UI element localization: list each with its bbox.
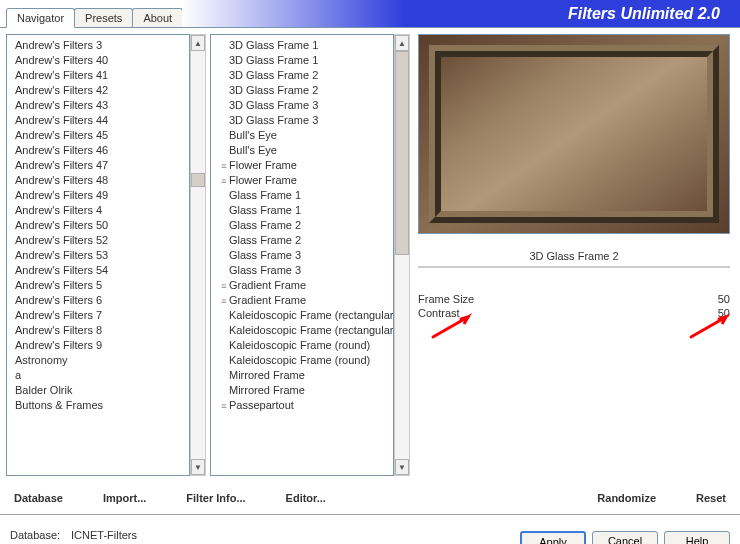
tab-bar: Navigator Presets About [6, 8, 182, 27]
list-item[interactable]: Glass Frame 2 [211, 232, 393, 247]
list-item[interactable]: Andrew's Filters 43 [7, 97, 189, 112]
list-item[interactable]: 3D Glass Frame 3 [211, 97, 393, 112]
editor-button[interactable]: Editor... [286, 486, 326, 510]
item-label: Kaleidoscopic Frame (rectangular) [229, 309, 394, 321]
param-value: 50 [718, 293, 730, 305]
slider-track-top[interactable] [418, 266, 730, 268]
list-item[interactable]: 3D Glass Frame 1 [211, 52, 393, 67]
item-label: Passepartout [229, 399, 294, 411]
cancel-button[interactable]: Cancel [592, 531, 658, 545]
list-item[interactable]: Kaleidoscopic Frame (rectangular) [211, 322, 393, 337]
db-value: ICNET-Filters [71, 529, 137, 541]
list-item[interactable]: Andrew's Filters 5 [7, 277, 189, 292]
param-frame-size: Frame Size 50 [418, 292, 730, 306]
list-item[interactable]: Astronomy [7, 352, 189, 367]
list-item[interactable]: Glass Frame 1 [211, 202, 393, 217]
item-label: Glass Frame 3 [229, 249, 301, 261]
filter-list[interactable]: 3D Glass Frame 13D Glass Frame 13D Glass… [210, 34, 394, 476]
param-value: 50 [718, 307, 730, 319]
item-label: Bull's Eye [229, 129, 277, 141]
tab-about[interactable]: About [132, 8, 183, 27]
list-item[interactable]: Andrew's Filters 47 [7, 157, 189, 172]
list-item[interactable]: Glass Frame 3 [211, 262, 393, 277]
list-item[interactable]: ≡Flower Frame [211, 157, 393, 172]
item-decor-icon: ≡ [219, 161, 229, 171]
banner: Filters Unlimited 2.0 [182, 0, 740, 27]
list-item[interactable]: 3D Glass Frame 2 [211, 67, 393, 82]
randomize-button[interactable]: Randomize [597, 486, 656, 510]
scroll-thumb[interactable] [395, 51, 409, 255]
list-item[interactable]: Andrew's Filters 53 [7, 247, 189, 262]
list-item[interactable]: Andrew's Filters 42 [7, 82, 189, 97]
list-item[interactable]: Andrew's Filters 4 [7, 202, 189, 217]
reset-button[interactable]: Reset [696, 486, 726, 510]
category-list[interactable]: Andrew's Filters 3Andrew's Filters 40And… [6, 34, 190, 476]
item-label: 3D Glass Frame 1 [229, 39, 318, 51]
db-label: Database: [10, 529, 65, 541]
import-button[interactable]: Import... [103, 486, 146, 510]
item-label: Kaleidoscopic Frame (rectangular) [229, 324, 394, 336]
scroll-down-icon[interactable]: ▼ [395, 459, 409, 475]
list-item[interactable]: Andrew's Filters 52 [7, 232, 189, 247]
apply-button[interactable]: Apply [520, 531, 586, 545]
list-item[interactable]: Kaleidoscopic Frame (round) [211, 337, 393, 352]
scroll-up-icon[interactable]: ▲ [191, 35, 205, 51]
list-item[interactable]: Buttons & Frames [7, 397, 189, 412]
scrollbar-left[interactable]: ▲ ▼ [190, 34, 206, 476]
banner-title: Filters Unlimited 2.0 [568, 5, 720, 23]
item-label: 3D Glass Frame 2 [229, 69, 318, 81]
param-label: Frame Size [418, 293, 474, 305]
list-item[interactable]: ≡Passepartout [211, 397, 393, 412]
list-item[interactable]: Bull's Eye [211, 127, 393, 142]
scroll-up-icon[interactable]: ▲ [395, 35, 409, 51]
list-item[interactable]: Mirrored Frame [211, 382, 393, 397]
list-item[interactable]: ≡Gradient Frame [211, 277, 393, 292]
list-item[interactable]: ≡Gradient Frame [211, 292, 393, 307]
preview-image [418, 34, 730, 234]
list-item[interactable]: Glass Frame 2 [211, 217, 393, 232]
scroll-thumb[interactable] [191, 173, 205, 187]
preview-caption: 3D Glass Frame 2 [418, 234, 730, 266]
list-item[interactable]: Andrew's Filters 9 [7, 337, 189, 352]
filter-info-button[interactable]: Filter Info... [186, 486, 245, 510]
item-label: Glass Frame 2 [229, 234, 301, 246]
list-item[interactable]: Andrew's Filters 41 [7, 67, 189, 82]
list-item[interactable]: 3D Glass Frame 2 [211, 82, 393, 97]
list-item[interactable]: 3D Glass Frame 3 [211, 112, 393, 127]
list-item[interactable]: ≡Flower Frame [211, 172, 393, 187]
list-item[interactable]: Andrew's Filters 40 [7, 52, 189, 67]
param-contrast: Contrast 50 [418, 306, 730, 320]
help-button[interactable]: Help [664, 531, 730, 545]
item-label: Gradient Frame [229, 294, 306, 306]
list-item[interactable]: 3D Glass Frame 1 [211, 37, 393, 52]
tab-presets[interactable]: Presets [74, 8, 133, 27]
list-item[interactable]: Bull's Eye [211, 142, 393, 157]
list-item[interactable]: Glass Frame 1 [211, 187, 393, 202]
scrollbar-right[interactable]: ▲ ▼ [394, 34, 410, 476]
list-item[interactable]: Andrew's Filters 49 [7, 187, 189, 202]
list-item[interactable]: Andrew's Filters 54 [7, 262, 189, 277]
item-label: 3D Glass Frame 3 [229, 114, 318, 126]
tab-navigator[interactable]: Navigator [6, 8, 75, 28]
list-item[interactable]: Andrew's Filters 50 [7, 217, 189, 232]
list-item[interactable]: Andrew's Filters 46 [7, 142, 189, 157]
item-label: Flower Frame [229, 159, 297, 171]
list-item[interactable]: Andrew's Filters 44 [7, 112, 189, 127]
scroll-down-icon[interactable]: ▼ [191, 459, 205, 475]
list-item[interactable]: Balder Olrik [7, 382, 189, 397]
list-item[interactable]: Andrew's Filters 3 [7, 37, 189, 52]
list-item[interactable]: Mirrored Frame [211, 367, 393, 382]
list-item[interactable]: Andrew's Filters 48 [7, 172, 189, 187]
database-button[interactable]: Database [14, 486, 63, 510]
list-item[interactable]: Kaleidoscopic Frame (round) [211, 352, 393, 367]
item-label: 3D Glass Frame 3 [229, 99, 318, 111]
list-item[interactable]: Glass Frame 3 [211, 247, 393, 262]
list-item[interactable]: Andrew's Filters 8 [7, 322, 189, 337]
list-item[interactable]: Andrew's Filters 45 [7, 127, 189, 142]
list-item[interactable]: Andrew's Filters 7 [7, 307, 189, 322]
list-item[interactable]: Andrew's Filters 6 [7, 292, 189, 307]
item-decor-icon: ≡ [219, 176, 229, 186]
item-decor-icon: ≡ [219, 401, 229, 411]
list-item[interactable]: a [7, 367, 189, 382]
list-item[interactable]: Kaleidoscopic Frame (rectangular) [211, 307, 393, 322]
